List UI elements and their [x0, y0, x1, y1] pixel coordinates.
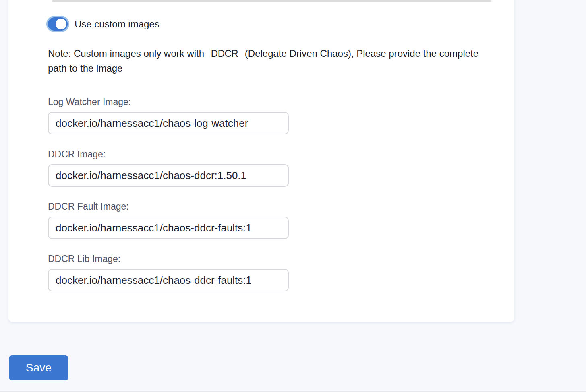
note-ddcr-code: DDCR [211, 48, 238, 59]
note-prefix: Note: Custom images only work with [48, 48, 204, 59]
ddcr-fault-image-label: DDCR Fault Image: [48, 201, 289, 212]
top-divider [52, 0, 491, 2]
log-watcher-image-field: Log Watcher Image: [48, 97, 289, 134]
log-watcher-image-label: Log Watcher Image: [48, 97, 289, 107]
ddcr-lib-image-input[interactable] [48, 269, 289, 291]
use-custom-images-toggle[interactable] [46, 16, 69, 32]
save-button[interactable]: Save [9, 355, 68, 380]
ddcr-lib-image-field: DDCR Lib Image: [48, 254, 289, 291]
settings-page: Use custom images Note: Custom images on… [0, 0, 586, 392]
ddcr-fault-image-field: DDCR Fault Image: [48, 201, 289, 239]
log-watcher-image-input[interactable] [48, 112, 289, 134]
toggle-knob-icon [56, 19, 66, 29]
use-custom-images-toggle-row: Use custom images [46, 16, 159, 32]
ddcr-image-label: DDCR Image: [48, 149, 289, 159]
ddcr-fault-image-input[interactable] [48, 217, 289, 239]
custom-images-note: Note: Custom images only work with DDCR … [48, 46, 489, 76]
ddcr-image-field: DDCR Image: [48, 149, 289, 187]
use-custom-images-label: Use custom images [75, 19, 159, 30]
ddcr-image-input[interactable] [48, 164, 289, 187]
ddcr-lib-image-label: DDCR Lib Image: [48, 254, 289, 264]
